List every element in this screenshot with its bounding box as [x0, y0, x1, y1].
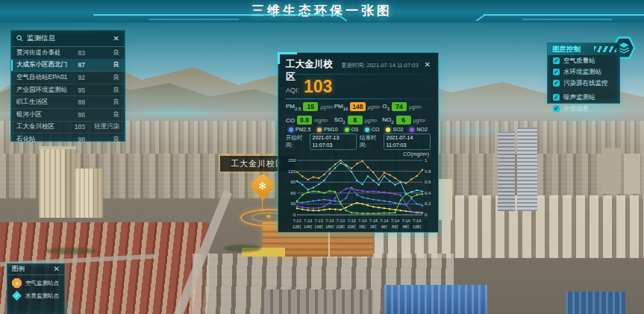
legend-dot-icon	[386, 128, 390, 132]
close-icon[interactable]: ✕	[113, 35, 119, 43]
svg-text:0.4: 0.4	[425, 191, 431, 195]
close-icon[interactable]: ✕	[425, 61, 431, 69]
station-row[interactable]: 空气自动站EPA0192良	[11, 72, 125, 84]
station-aqi: 88	[70, 98, 85, 106]
pollutant-unit: μg/m³	[409, 104, 422, 110]
pollutant-trend-chart[interactable]: 00300.2600.4900.61200.815017-1312时7-1314…	[286, 157, 431, 237]
aqi-value: 103	[304, 77, 332, 97]
legend-dot-icon	[317, 128, 322, 132]
station-type-icon: ●	[12, 278, 22, 288]
svg-text:0.2: 0.2	[425, 201, 431, 206]
layer-list: ✓空气质量站✓水环境监测站✓污染源在线监控✓噪声监测站✓企业信息	[548, 55, 619, 114]
start-time-input[interactable]: 2021-07-13 11:07:03	[310, 134, 357, 150]
close-icon[interactable]: ✕	[54, 266, 60, 273]
legend-series-item[interactable]: NO2	[410, 127, 427, 132]
header-stripes-deco	[594, 46, 616, 52]
station-ground-dot	[266, 215, 271, 218]
legend-series-item[interactable]: O3	[345, 127, 358, 132]
checkbox-checked-icon[interactable]: ✓	[553, 69, 560, 75]
station-type-icon: ✓	[12, 291, 22, 301]
legend-item-label: 空气监测站点	[25, 280, 59, 287]
station-list: 贾河街道办事处83良大成东小区西北门87良空气自动站EPA0192良产业园环境监…	[11, 47, 125, 146]
header-deco-line	[93, 14, 340, 16]
station-name: 大成东小区西北门	[16, 60, 70, 69]
checkbox-checked-icon[interactable]: ✓	[553, 105, 560, 112]
header-deco-line	[149, 19, 239, 20]
layer-item[interactable]: ✓污染源在线监控	[548, 78, 619, 89]
svg-text:22时: 22时	[347, 224, 356, 229]
layer-item[interactable]: ✓空气质量站	[548, 55, 619, 66]
station-status: 轻度污染	[85, 122, 119, 131]
pollutant-unit: mg/m³	[314, 118, 328, 123]
station-name: 银河小区	[16, 110, 70, 119]
checkbox-checked-icon[interactable]: ✓	[553, 57, 560, 64]
svg-text:14时: 14时	[304, 224, 313, 229]
station-row[interactable]: 大成东小区西北门87良	[11, 60, 125, 72]
scene-blue-factory	[566, 292, 625, 314]
pollutant-value-badge: 148	[350, 102, 365, 111]
station-status: 良	[85, 73, 119, 82]
svg-text:18时: 18时	[325, 224, 334, 229]
layer-panel-title: 图层控制	[552, 45, 581, 53]
legend-series-item[interactable]: PM2.5	[289, 127, 310, 132]
popup-update-time: 更新时间: 2021-07-14 11:07:03	[341, 62, 418, 69]
legend-series-item[interactable]: PM10	[317, 127, 337, 132]
svg-text:7-14: 7-14	[369, 219, 378, 223]
layer-panel-header: 图层控制	[548, 43, 619, 55]
legend-series-label: NO2	[416, 127, 427, 132]
legend-header: 图例 ✕	[7, 264, 64, 275]
checkbox-checked-icon[interactable]: ✓	[553, 80, 560, 87]
series-legend: PM2.5PM10O3COSO2NO2	[286, 127, 431, 132]
svg-text:30: 30	[290, 201, 296, 206]
station-aqi: 92	[70, 74, 85, 81]
layer-item[interactable]: ✓噪声监测站	[548, 92, 619, 103]
checkbox-checked-icon[interactable]: ✓	[553, 94, 560, 101]
legend-series-label: PM10	[324, 127, 337, 132]
station-aqi: 86	[70, 111, 85, 119]
legend-series-item[interactable]: CO	[365, 127, 380, 132]
svg-text:7-13: 7-13	[315, 219, 323, 223]
station-row[interactable]: 银河小区86良	[11, 109, 125, 122]
station-row[interactable]: 产业园环境监测站95良	[11, 84, 125, 97]
svg-text:0: 0	[293, 213, 296, 217]
legend-series-item[interactable]: SO2	[386, 127, 403, 132]
station-aqi: 87	[70, 61, 85, 69]
pollutant-cell: CO0.9mg/m³	[286, 116, 334, 125]
pollutant-cell: PM2.515μg/m³	[286, 102, 334, 111]
scene-building	[75, 169, 103, 218]
station-aqi: 103	[70, 123, 85, 131]
station-row[interactable]: 职工生活区88良	[11, 96, 125, 109]
station-name: 石化站	[16, 135, 70, 144]
layer-control-panel: 图层控制 ✓空气质量站✓水环境监测站✓污染源在线监控✓噪声监测站✓企业信息	[547, 43, 620, 104]
scene-building	[39, 146, 76, 218]
legend-dot-icon	[410, 128, 414, 132]
legend-dot-icon	[345, 128, 349, 132]
legend-dot-icon	[365, 128, 369, 132]
layer-item[interactable]: ✓企业信息	[548, 103, 619, 114]
pollutant-name: O3	[382, 103, 390, 111]
legend-dot-icon	[289, 128, 293, 132]
scene-highrise	[517, 128, 537, 211]
station-row[interactable]: 贾河街道办事处83良	[11, 47, 125, 60]
legend-series-label: CO	[372, 127, 380, 132]
station-row[interactable]: 工大金川校区103轻度污染	[11, 122, 125, 134]
station-row[interactable]: 石化站98良	[11, 134, 125, 146]
popup-header: 工大金川校区 更新时间: 2021-07-14 11:07:03 ✕	[286, 58, 431, 72]
app-root: 工大金川校区 ✻ 三维生态环保一张图 监测信息 ✕ 贾河街道办事处83良大成东小…	[0, 0, 644, 314]
station-aqi: 95	[70, 87, 85, 94]
pollutant-unit: μg/m³	[413, 118, 426, 123]
svg-text:7-13: 7-13	[293, 219, 301, 223]
pollutant-cell: PM10148μg/m³	[334, 102, 383, 111]
divider	[286, 74, 431, 75]
aqi-label: AQI:	[286, 87, 299, 94]
station-name: 工大金川校区	[16, 122, 70, 131]
pollutant-cell: NO26μg/m³	[382, 116, 431, 125]
end-time-input[interactable]: 2021-07-14 11:07:03	[384, 134, 431, 150]
legend-series-label: O3	[351, 127, 358, 132]
station-status: 良	[85, 110, 119, 119]
station-aqi: 98	[70, 136, 85, 143]
svg-text:7-14: 7-14	[391, 219, 399, 223]
layer-item-label: 空气质量站	[563, 57, 595, 66]
station-name: 职工生活区	[16, 98, 70, 107]
layer-item[interactable]: ✓水环境监测站	[548, 66, 619, 78]
